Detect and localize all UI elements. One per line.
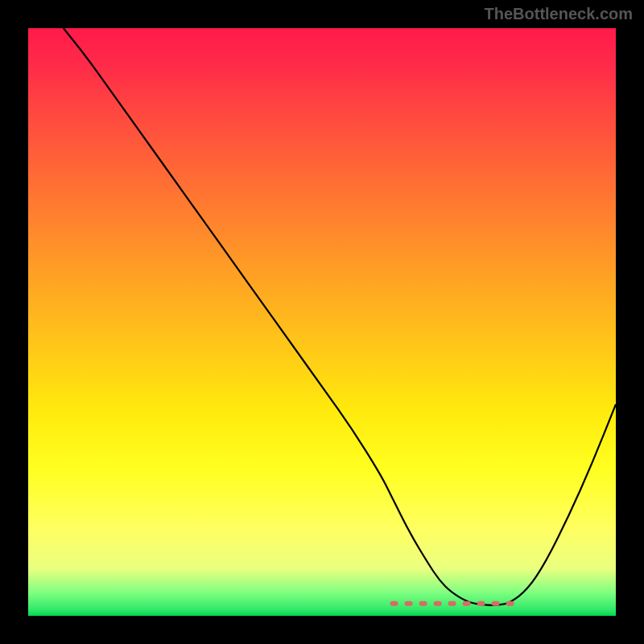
bottleneck-curve: [64, 28, 616, 605]
chart-svg: [28, 28, 616, 616]
watermark-text: TheBottleneck.com: [485, 5, 633, 23]
plot-area: [28, 28, 616, 616]
